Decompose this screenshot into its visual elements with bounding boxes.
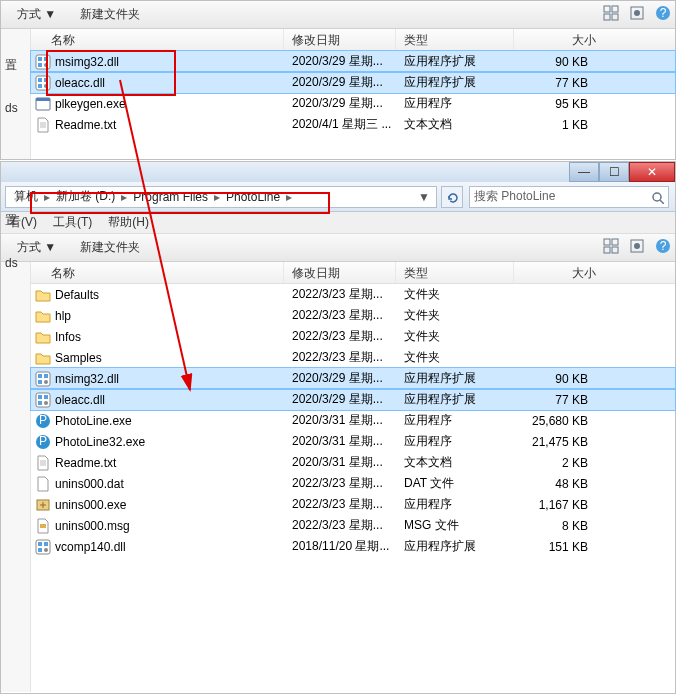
file-date: 2022/3/23 星期... <box>284 349 396 366</box>
dll-icon <box>35 392 51 408</box>
file-date: 2022/3/23 星期... <box>284 517 396 534</box>
column-headers[interactable]: 名称 修改日期 类型 大小 <box>31 29 675 51</box>
crumb-progfiles[interactable]: Program Files <box>129 190 212 204</box>
file-row[interactable]: oleacc.dll2020/3/29 星期...应用程序扩展77 KB <box>31 389 675 410</box>
minimize-button[interactable]: — <box>569 162 599 182</box>
col-type[interactable]: 类型 <box>396 262 514 283</box>
breadcrumb[interactable]: 算机▸ 新加卷 (D:)▸ Program Files▸ PhotoLine▸ … <box>5 186 437 208</box>
menu-bar: 看(V) 工具(T) 帮助(H) <box>1 212 675 234</box>
view-details-icon[interactable] <box>629 238 649 258</box>
file-type: 文件夹 <box>396 286 514 303</box>
file-date: 2020/3/31 星期... <box>284 412 396 429</box>
crumb-photoline[interactable]: PhotoLine <box>222 190 284 204</box>
file-size: 2 KB <box>514 456 596 470</box>
refresh-button[interactable] <box>441 186 463 208</box>
file-name: PhotoLine.exe <box>55 414 284 428</box>
folder-icon <box>35 287 51 303</box>
column-headers[interactable]: 名称 修改日期 类型 大小 <box>31 262 675 284</box>
file-type: 应用程序扩展 <box>396 53 514 70</box>
maximize-button[interactable]: ☐ <box>599 162 629 182</box>
col-name[interactable]: 名称 <box>31 262 284 283</box>
top-nav-pane[interactable]: 置 ds <box>1 29 31 159</box>
col-size[interactable]: 大小 <box>514 29 604 50</box>
file-row[interactable]: PhotoLine.exe2020/3/31 星期...应用程序25,680 K… <box>31 410 675 431</box>
file-row[interactable]: hlp2022/3/23 星期...文件夹 <box>31 305 675 326</box>
file-name: oleacc.dll <box>55 76 284 90</box>
menu-help[interactable]: 帮助(H) <box>108 214 149 231</box>
crumb-drive[interactable]: 新加卷 (D:) <box>52 188 119 205</box>
file-date: 2020/4/1 星期三 ... <box>284 116 396 133</box>
crumb-computer[interactable]: 算机 <box>10 188 42 205</box>
file-name: oleacc.dll <box>55 393 284 407</box>
file-date: 2018/11/20 星期... <box>284 538 396 555</box>
file-row[interactable]: Defaults2022/3/23 星期...文件夹 <box>31 284 675 305</box>
bottom-file-list[interactable]: 名称 修改日期 类型 大小 Defaults2022/3/23 星期...文件夹… <box>31 262 675 692</box>
view-thumbs-icon[interactable] <box>603 5 623 25</box>
file-row[interactable]: Readme.txt2020/3/31 星期...文本文档2 KB <box>31 452 675 473</box>
file-type: MSG 文件 <box>396 517 514 534</box>
file-row[interactable]: unins000.exe2022/3/23 星期...应用程序1,167 KB <box>31 494 675 515</box>
file-row[interactable]: unins000.dat2022/3/23 星期...DAT 文件48 KB <box>31 473 675 494</box>
folder-icon <box>35 308 51 324</box>
file-date: 2020/3/29 星期... <box>284 53 396 70</box>
organize-button[interactable]: 方式 ▼ <box>9 2 64 27</box>
col-date[interactable]: 修改日期 <box>284 29 396 50</box>
file-row[interactable]: vcomp140.dll2018/11/20 星期...应用程序扩展151 KB <box>31 536 675 557</box>
folder-icon <box>35 350 51 366</box>
sidebar-item-downloads[interactable]: ds <box>5 256 18 270</box>
file-name: Readme.txt <box>55 456 284 470</box>
file-name: Defaults <box>55 288 284 302</box>
chevron-right-icon[interactable]: ▸ <box>284 190 294 204</box>
chevron-right-icon[interactable]: ▸ <box>119 190 129 204</box>
pl-icon <box>35 434 51 450</box>
bottom-nav-pane[interactable]: 置 ds <box>1 262 31 692</box>
new-folder-button[interactable]: 新建文件夹 <box>72 235 148 260</box>
col-size[interactable]: 大小 <box>514 262 604 283</box>
file-row[interactable]: Samples2022/3/23 星期...文件夹 <box>31 347 675 368</box>
sidebar-item-downloads[interactable]: ds <box>5 101 18 115</box>
sidebar-item-settings[interactable]: 置 <box>5 57 17 74</box>
search-icon <box>650 190 664 204</box>
menu-tools[interactable]: 工具(T) <box>53 214 92 231</box>
address-dropdown-icon[interactable]: ▼ <box>412 190 436 204</box>
col-type[interactable]: 类型 <box>396 29 514 50</box>
file-row[interactable]: msimg32.dll2020/3/29 星期...应用程序扩展90 KB <box>31 368 675 389</box>
sidebar-item-settings[interactable]: 置 <box>5 212 17 229</box>
file-type: 应用程序扩展 <box>396 370 514 387</box>
file-type: 应用程序扩展 <box>396 391 514 408</box>
file-row[interactable]: plkeygen.exe2020/3/29 星期...应用程序95 KB <box>31 93 675 114</box>
dat-icon <box>35 476 51 492</box>
col-date[interactable]: 修改日期 <box>284 262 396 283</box>
new-folder-button[interactable]: 新建文件夹 <box>72 2 148 27</box>
file-size: 48 KB <box>514 477 596 491</box>
file-size: 90 KB <box>514 372 596 386</box>
file-name: hlp <box>55 309 284 323</box>
view-details-icon[interactable] <box>629 5 649 25</box>
chevron-right-icon[interactable]: ▸ <box>212 190 222 204</box>
top-file-list[interactable]: 名称 修改日期 类型 大小 msimg32.dll2020/3/29 星期...… <box>31 29 675 159</box>
file-size: 90 KB <box>514 55 596 69</box>
file-size: 25,680 KB <box>514 414 596 428</box>
file-row[interactable]: unins000.msg2022/3/23 星期...MSG 文件8 KB <box>31 515 675 536</box>
file-size: 95 KB <box>514 97 596 111</box>
file-row[interactable]: oleacc.dll2020/3/29 星期...应用程序扩展77 KB <box>31 72 675 93</box>
view-thumbs-icon[interactable] <box>603 238 623 258</box>
help-icon[interactable] <box>655 238 675 258</box>
file-row[interactable]: PhotoLine32.exe2020/3/31 星期...应用程序21,475… <box>31 431 675 452</box>
chevron-right-icon[interactable]: ▸ <box>42 190 52 204</box>
col-name[interactable]: 名称 <box>31 29 284 50</box>
close-button[interactable]: ✕ <box>629 162 675 182</box>
file-type: 文件夹 <box>396 307 514 324</box>
file-date: 2020/3/31 星期... <box>284 454 396 471</box>
file-size: 8 KB <box>514 519 596 533</box>
file-row[interactable]: Readme.txt2020/4/1 星期三 ...文本文档1 KB <box>31 114 675 135</box>
help-icon[interactable] <box>655 5 675 25</box>
dll-icon <box>35 75 51 91</box>
file-row[interactable]: msimg32.dll2020/3/29 星期...应用程序扩展90 KB <box>31 51 675 72</box>
file-size: 77 KB <box>514 76 596 90</box>
file-name: msimg32.dll <box>55 372 284 386</box>
folder-icon <box>35 329 51 345</box>
file-row[interactable]: Infos2022/3/23 星期...文件夹 <box>31 326 675 347</box>
pl-icon <box>35 413 51 429</box>
search-input[interactable]: 搜索 PhotoLine <box>469 186 669 208</box>
